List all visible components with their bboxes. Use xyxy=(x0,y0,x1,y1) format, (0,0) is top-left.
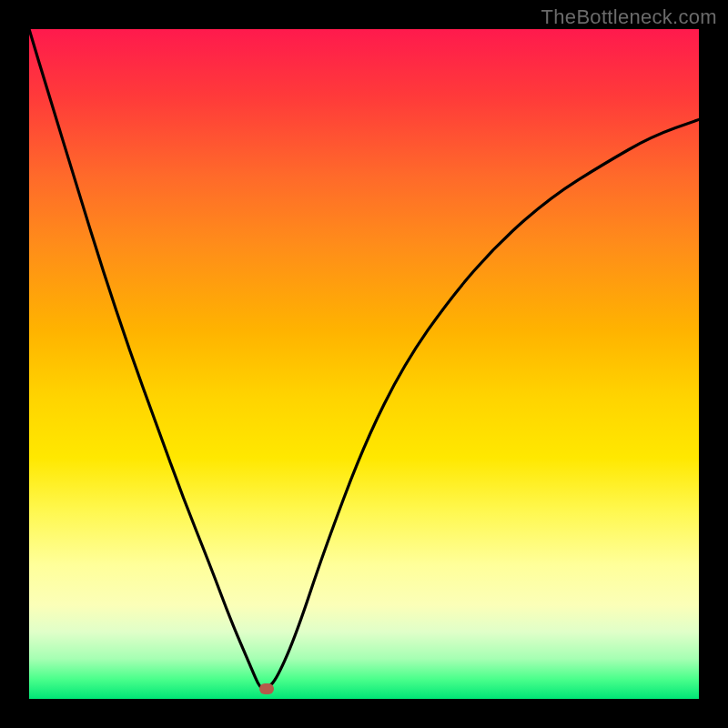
bottleneck-curve xyxy=(29,29,699,689)
curve-layer xyxy=(29,29,699,699)
watermark-label: TheBottleneck.com xyxy=(541,5,717,29)
plot-area xyxy=(29,29,699,699)
chart-frame: TheBottleneck.com xyxy=(0,0,728,728)
minimum-marker xyxy=(259,683,274,694)
